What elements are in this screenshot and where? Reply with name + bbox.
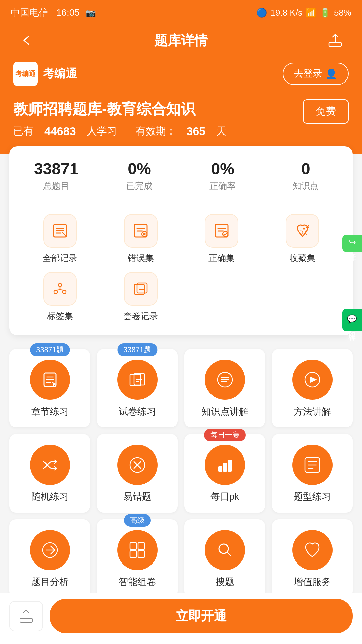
random-icon — [30, 445, 70, 485]
page-title: 题库详情 — [40, 31, 322, 50]
method-icon — [292, 360, 333, 400]
svg-rect-31 — [218, 466, 222, 472]
knowledge-explain-card[interactable]: 知识点讲解 — [184, 349, 265, 427]
value-added-card[interactable]: 增值服务 — [272, 519, 353, 598]
correct-set-item[interactable]: 正确集 — [181, 214, 262, 264]
value-added-icon — [292, 530, 333, 570]
paper-badge: 33871题 — [117, 343, 157, 356]
brand-logo: 考编通 — [13, 62, 38, 86]
cards-section: 33871题 章节练习 33871题 — [0, 343, 362, 610]
practice-type-grid-2: 标签集 套卷记录 — [16, 264, 346, 325]
question-type-card[interactable]: 题型练习 — [272, 434, 353, 513]
svg-rect-39 — [130, 543, 137, 549]
chapter-practice-card[interactable]: 33871题 章节练习 — [9, 349, 90, 427]
daily-pk-icon — [205, 445, 245, 485]
favorites-item[interactable]: 收藏集 — [262, 214, 343, 264]
chapter-badge: 33871题 — [30, 343, 70, 356]
smart-paper-icon — [117, 530, 158, 570]
share-header-button[interactable] — [322, 33, 349, 48]
easy-wrong-card[interactable]: 易错题 — [97, 434, 178, 513]
course-title: 教师招聘题库-教育综合知识 — [13, 99, 226, 119]
question-type-icon — [292, 445, 333, 485]
brand-bar: 考编通 考编通 去登录 👤 — [0, 58, 362, 93]
brand-left: 考编通 考编通 — [13, 62, 77, 86]
cards-row-2: 随机练习 易错题 每日一赛 每日pk — [9, 434, 353, 513]
header: 题库详情 — [0, 24, 362, 58]
svg-line-11 — [60, 290, 64, 290]
daily-pk-badge: 每日一赛 — [204, 429, 246, 441]
svg-rect-41 — [130, 551, 137, 557]
svg-rect-32 — [223, 463, 227, 472]
stats-card: 33871 总题目 0% 已完成 0% 正确率 0 知识点 — [9, 146, 353, 335]
question-analysis-icon — [30, 530, 70, 570]
stat-total: 33871 总题目 — [16, 160, 96, 192]
random-practice-card[interactable]: 随机练习 — [9, 434, 90, 513]
stat-completed: 0% 已完成 — [99, 160, 179, 192]
status-bar: 中国电信 16:05 📷 🔵 19.8 K/s 📶 🔋 58% — [0, 0, 362, 24]
float-share-button[interactable]: ⤴ 分享 — [342, 235, 362, 252]
method-explain-card[interactable]: 方法讲解 — [272, 349, 353, 427]
paper-icon — [117, 360, 158, 400]
error-set-item[interactable]: 错误集 — [100, 214, 181, 264]
stats-row: 33871 总题目 0% 已完成 0% 正确率 0 知识点 — [16, 160, 346, 203]
knowledge-icon — [205, 360, 245, 400]
practice-type-grid: 全部记录 错误集 正确集 — [16, 214, 346, 264]
daily-pk-card[interactable]: 每日一赛 每日pk — [184, 434, 265, 513]
svg-point-6 — [58, 283, 62, 287]
favorites-icon — [286, 214, 319, 248]
cards-row-3: 题目分析 高级 智能组卷 搜题 — [9, 519, 353, 598]
svg-point-17 — [53, 384, 56, 386]
search-question-card[interactable]: 搜题 — [184, 519, 265, 598]
svg-point-7 — [54, 290, 57, 294]
course-meta: 已有 44683 人学习 有效期： 365 天 — [13, 124, 226, 138]
status-icons: 🔵 19.8 K/s 📶 🔋 58% — [256, 8, 351, 18]
smart-paper-card[interactable]: 高级 智能组卷 — [97, 519, 178, 598]
svg-rect-18 — [130, 374, 141, 386]
svg-line-44 — [227, 552, 231, 556]
svg-rect-40 — [138, 543, 145, 549]
paper-practice-card[interactable]: 33871题 试卷练习 — [97, 349, 178, 427]
correct-set-icon — [205, 214, 238, 248]
bottom-bar: 立即开通 — [0, 593, 362, 644]
brand-name: 考编通 — [43, 66, 77, 82]
status-carrier-time: 中国电信 16:05 📷 — [11, 6, 96, 19]
all-records-icon — [43, 214, 77, 248]
error-set-icon — [124, 214, 158, 248]
login-button[interactable]: 去登录 👤 — [283, 63, 349, 85]
tag-set-icon — [43, 272, 77, 306]
chapter-icon — [30, 360, 70, 400]
all-records-item[interactable]: 全部记录 — [19, 214, 100, 264]
free-button[interactable]: 免费 — [303, 99, 349, 124]
stat-accuracy: 0% 正确率 — [183, 160, 263, 192]
svg-rect-42 — [138, 551, 145, 557]
cards-row-1: 33871题 章节练习 33871题 — [9, 349, 353, 427]
stat-knowledge: 0 知识点 — [266, 160, 346, 192]
svg-rect-45 — [20, 618, 32, 622]
hero-section: 教师招聘题库-教育综合知识 已有 44683 人学习 有效期： 365 天 免费 — [0, 93, 362, 154]
easy-wrong-icon — [117, 445, 158, 485]
paper-records-icon — [124, 272, 158, 306]
question-analysis-card[interactable]: 题目分析 — [9, 519, 90, 598]
svg-rect-0 — [329, 42, 341, 46]
back-button[interactable] — [13, 34, 40, 47]
svg-line-10 — [56, 290, 60, 290]
float-service-button[interactable]: 💬 客服 — [342, 309, 362, 331]
bottom-share-button[interactable] — [9, 601, 43, 631]
svg-point-8 — [63, 290, 66, 294]
smart-paper-badge: 高级 — [124, 514, 151, 527]
tag-set-item[interactable]: 标签集 — [19, 272, 100, 322]
search-icon — [205, 530, 245, 570]
activate-button[interactable]: 立即开通 — [50, 599, 353, 633]
svg-rect-33 — [228, 460, 232, 472]
paper-records-item[interactable]: 套卷记录 — [100, 272, 181, 322]
